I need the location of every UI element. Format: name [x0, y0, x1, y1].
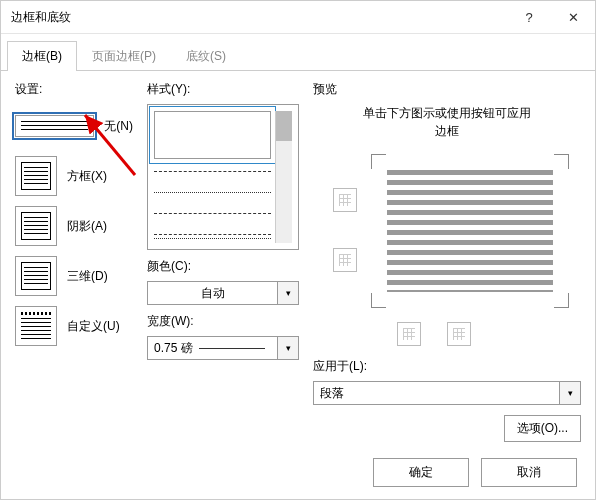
setting-none-label: 无(N) [104, 118, 133, 135]
line-dot[interactable] [154, 192, 271, 201]
content: 设置: 无(N) 方框(X) 阴影(A) 三维(D) [1, 71, 595, 437]
setting-box[interactable]: 方框(X) [15, 154, 133, 198]
border-right-button[interactable] [447, 322, 471, 346]
color-dropdown-button[interactable]: ▾ [278, 281, 299, 305]
corner-tr-icon [554, 154, 569, 169]
line-dashdot[interactable] [154, 234, 271, 243]
tab-page-border[interactable]: 页面边框(P) [77, 41, 171, 71]
color-value: 自动 [154, 285, 271, 302]
scrollbar-thumb[interactable] [276, 111, 292, 141]
apply-value: 段落 [320, 385, 553, 402]
setting-3d-icon [15, 256, 57, 296]
scrollbar[interactable] [275, 111, 292, 243]
corner-tl-icon [371, 154, 386, 169]
color-label: 颜色(C): [147, 258, 299, 275]
style-label: 样式(Y): [147, 81, 299, 98]
options-button[interactable]: 选项(O)... [504, 415, 581, 442]
ok-button[interactable]: 确定 [373, 458, 469, 487]
preview-document-icon[interactable] [387, 170, 553, 292]
setting-custom[interactable]: 自定义(U) [15, 304, 133, 348]
border-bottom-button[interactable] [333, 248, 357, 272]
setting-none[interactable]: 无(N) [15, 104, 133, 148]
setting-none-icon [15, 115, 94, 137]
settings-label: 设置: [15, 81, 133, 98]
apply-dropdown-button[interactable]: ▾ [560, 381, 581, 405]
width-line-icon [199, 348, 265, 349]
setting-3d[interactable]: 三维(D) [15, 254, 133, 298]
dialog-window: 边框和底纹 ? ✕ 边框(B) 页面边框(P) 底纹(S) 设置: 无(N) 方… [0, 0, 596, 500]
corner-bl-icon [371, 293, 386, 308]
setting-3d-label: 三维(D) [67, 268, 108, 285]
width-select[interactable]: 0.75 磅 [147, 336, 278, 360]
cancel-button[interactable]: 取消 [481, 458, 577, 487]
preview-hint: 单击下方图示或使用按钮可应用 边框 [313, 104, 581, 140]
style-column: 样式(Y): 颜色(C): 自动 ▾ 宽度(W): 0.75 磅 ▾ [147, 81, 299, 437]
setting-shadow[interactable]: 阴影(A) [15, 204, 133, 248]
setting-shadow-label: 阴影(A) [67, 218, 107, 235]
dialog-title: 边框和底纹 [11, 9, 507, 26]
setting-shadow-icon [15, 206, 57, 246]
setting-box-icon [15, 156, 57, 196]
line-dash2[interactable] [154, 213, 271, 222]
border-left-button[interactable] [397, 322, 421, 346]
footer: 确定 取消 [373, 458, 577, 487]
help-button[interactable]: ? [507, 1, 551, 33]
tab-strip: 边框(B) 页面边框(P) 底纹(S) [1, 34, 595, 71]
tab-border[interactable]: 边框(B) [7, 41, 77, 71]
line-dash[interactable] [154, 171, 271, 180]
width-value: 0.75 磅 [154, 340, 193, 357]
apply-label: 应用于(L): [313, 358, 581, 375]
width-label: 宽度(W): [147, 313, 299, 330]
apply-select[interactable]: 段落 [313, 381, 560, 405]
tab-shading[interactable]: 底纹(S) [171, 41, 241, 71]
setting-custom-icon [15, 306, 57, 346]
preview-column: 预览 单击下方图示或使用按钮可应用 边框 应用于(L): [313, 81, 581, 437]
style-list[interactable] [147, 104, 299, 250]
setting-box-label: 方框(X) [67, 168, 107, 185]
width-dropdown-button[interactable]: ▾ [278, 336, 299, 360]
titlebar: 边框和底纹 ? ✕ [1, 1, 595, 34]
color-select[interactable]: 自动 [147, 281, 278, 305]
close-button[interactable]: ✕ [551, 1, 595, 33]
corner-br-icon [554, 293, 569, 308]
line-solid[interactable] [154, 111, 271, 159]
settings-column: 设置: 无(N) 方框(X) 阴影(A) 三维(D) [15, 81, 133, 437]
setting-custom-label: 自定义(U) [67, 318, 120, 335]
border-top-button[interactable] [333, 188, 357, 212]
preview-area [313, 148, 581, 318]
preview-label: 预览 [313, 81, 581, 98]
